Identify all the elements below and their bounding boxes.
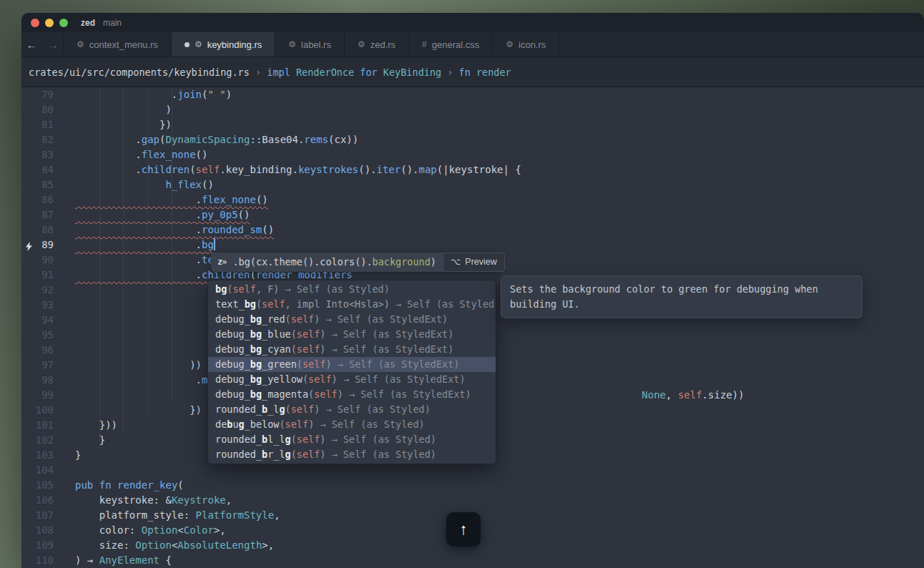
minimize-window-button[interactable] [45,19,54,27]
completion-item-text_bg[interactable]: text_bg(self, impl Into<Hsla>) → Self (a… [208,297,496,312]
code-line[interactable]: 104 [21,463,924,478]
completion-item-rounded_br_lg[interactable]: rounded_br_lg(self) → Self (as Styled) [208,447,496,462]
completion-item-debug_bg_red[interactable]: debug_bg_red(self) → Self (as StyledExt) [208,312,496,327]
code-content: .gap(DynamicSpacing::Base04.rems(cx)) [75,132,358,147]
breadcrumb-segment: RenderOnce [296,67,354,78]
code-content: } [75,433,105,448]
breadcrumb-segment: for [360,67,377,78]
code-line[interactable]: 86 .flex_none() [21,192,924,207]
rust-file-icon: ⚙ [195,39,202,49]
inline-completion-text: .bg(cx.theme().colors().background) [232,255,436,270]
window-controls [21,19,68,27]
tab-context_menu.rs[interactable]: ⚙context_menu.rs [63,32,172,57]
line-number: 95 [21,328,54,343]
title-bar[interactable]: zed main [21,13,924,32]
code-line[interactable]: 83 .flex_none() [21,147,924,162]
preview-button-label: Preview [465,255,496,270]
tab-bar: ← → ⚙context_menu.rs⚙keybinding.rs⚙label… [21,32,924,57]
completion-item-debug_bg_magenta[interactable]: debug_bg_magenta(self) → Self (as Styled… [208,387,496,402]
tab-general.css[interactable]: #general.css [409,32,493,57]
code-line[interactable]: 110) → AnyElement { [21,553,924,568]
completion-item-debug_below[interactable]: debug_below(self) → Self (as Styled) [208,417,496,432]
tab-zed.rs[interactable]: ⚙zed.rs [345,32,409,57]
code-line[interactable]: 105pub fn render_key( [21,478,924,493]
line-number: 82 [21,132,54,147]
tab-label: general.css [432,39,479,50]
line-number: 105 [21,478,54,493]
breadcrumb-segment [290,67,296,78]
line-number: 92 [21,283,54,298]
zed-window: zed main ← → ⚙context_menu.rs⚙keybinding… [21,13,924,568]
code-line[interactable]: 88 .rounded_sm() [21,222,924,238]
navigate-back-button[interactable]: ← [26,39,37,51]
code-line[interactable]: 79 .join(" ") [21,87,924,102]
code-content: .bg [75,238,215,253]
code-content: keystroke: &Keystroke, [75,493,232,508]
code-line[interactable]: 82 .gap(DynamicSpacing::Base04.rems(cx)) [21,132,924,147]
git-branch-label[interactable]: main [103,18,122,28]
tab-label: icon.rs [518,39,546,50]
code-content: .flex_none() [75,147,207,162]
completion-item-debug_bg_yellow[interactable]: debug_bg_yellow(self) → Self (as StyledE… [208,372,496,387]
breadcrumb-segment [378,67,383,78]
close-window-button[interactable] [31,19,39,27]
history-navigation: ← → [21,32,63,57]
line-number: 99 [21,388,54,403]
code-content: }) [75,403,202,418]
breadcrumb-segment: KeyBinding [383,67,441,78]
preview-button[interactable]: ⌥ Preview [443,253,505,272]
line-number: 108 [21,523,54,538]
zoom-window-button[interactable] [59,19,68,27]
line-number: 109 [21,538,54,553]
tab-keybinding.rs[interactable]: ⚙keybinding.rs [172,32,275,57]
code-content: size: Option<AbsoluteLength>, [75,538,274,553]
code-content: .py_0p5() [75,207,250,222]
line-number: 101 [21,418,54,433]
line-number: 90 [21,253,54,268]
code-line[interactable]: 106 keystroke: &Keystroke, [21,493,924,508]
completion-item-bg[interactable]: bg(self, F) → Self (as Styled) [208,282,496,297]
code-content: .join(" ") [75,87,232,102]
code-content: pub fn render_key( [75,478,184,493]
tab-strip: ⚙context_menu.rs⚙keybinding.rs⚙label.rs⚙… [63,32,559,57]
breadcrumb-segment: crates/ui/src/components/keybinding.rs [29,67,250,78]
tab-label: keybinding.rs [207,39,262,50]
code-content: })) [75,418,117,433]
completion-item-debug_bg_cyan[interactable]: debug_bg_cyan(self) → Self (as StyledExt… [208,342,496,357]
text-cursor [214,238,215,250]
code-line[interactable]: 85 h_flex() [21,177,924,192]
code-line[interactable]: 89 .bg [21,238,924,253]
completion-item-debug_bg_green[interactable]: debug_bg_green(self) → Self (as StyledEx… [208,357,496,372]
code-editor[interactable]: 79 .join(" ")80 )81 })82 .gap(DynamicSpa… [21,87,924,568]
inline-completion-preview: z» .bg(cx.theme().colors().background) ⌥… [211,253,500,272]
navigate-forward-button[interactable]: → [48,39,59,51]
line-number: 86 [21,192,54,207]
code-content: .ma [75,373,214,388]
breadcrumb-segment: fn [459,67,471,78]
breadcrumb-segment: impl [267,67,290,78]
code-content: } [75,448,81,463]
line-number: 79 [21,87,54,102]
modified-dot [185,42,190,47]
completion-item-rounded_bl_lg[interactable]: rounded_bl_lg(self) → Self (as Styled) [208,432,496,447]
breadcrumb[interactable]: crates/ui/src/components/keybinding.rs ›… [29,67,511,78]
code-content: ) → AnyElement { [75,553,172,568]
line-number: 88 [21,222,54,238]
completion-item-rounded_b_lg[interactable]: rounded_b_lg(self) → Self (as Styled) [208,402,496,417]
rust-file-icon: ⚙ [77,39,84,49]
code-line[interactable]: 87 .py_0p5() [21,207,924,222]
jump-to-edit-button[interactable]: ↑ [446,512,481,547]
tab-label.rs[interactable]: ⚙label.rs [275,32,345,57]
option-key-icon: ⌥ [451,255,461,270]
code-line[interactable]: 84 .children(self.key_binding.keystrokes… [21,162,924,177]
line-number: 91 [21,268,54,283]
code-content: }) [75,117,172,132]
code-line[interactable]: 80 ) [21,102,924,117]
code-line[interactable]: 81 }) [21,117,924,132]
completion-item-debug_bg_blue[interactable]: debug_bg_blue(self) → Self (as StyledExt… [208,327,496,342]
breadcrumb-bar: crates/ui/src/components/keybinding.rs ›… [21,57,924,87]
tab-icon.rs[interactable]: ⚙icon.rs [493,32,559,57]
css-file-icon: # [422,39,427,49]
breadcrumb-segment: render [476,67,511,78]
code-content: color: Option<Color>, [75,523,226,538]
